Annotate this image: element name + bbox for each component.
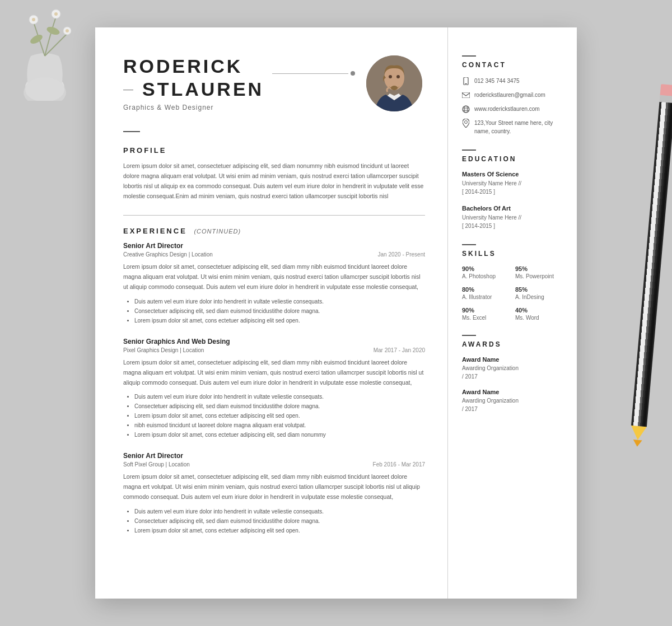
email-text: roderickstlauren@gmail.com — [474, 91, 545, 99]
award-year-1: / 2017 — [462, 372, 563, 381]
education-divider — [462, 150, 476, 151]
svg-point-20 — [463, 106, 469, 113]
skill-1: 95% Ms. Powerpoint — [515, 265, 563, 279]
resume-header: RODERICK STLAUREN Graphics & Web Designe… — [123, 55, 425, 111]
edu-years-2: [ 2014-2015 ] — [462, 222, 563, 230]
exp-date-1: Jan 2020 - Present — [378, 251, 426, 258]
last-name: STLAUREN — [123, 78, 264, 100]
svg-point-15 — [396, 75, 400, 78]
email-icon — [462, 91, 470, 99]
svg-point-8 — [66, 29, 69, 32]
svg-rect-18 — [462, 92, 470, 98]
exp-job-3: Senior Art Director Soft Pixel Group | L… — [123, 452, 425, 535]
sidebar: CONTACT 012 345 744 3475 — [448, 27, 577, 599]
bullet-item: Consectetuer adipiscing elit, sed diam e… — [134, 401, 425, 411]
exp-company-1: Creative Graphics Design | Location — [123, 251, 213, 258]
profile-text: Lorem ipsum dolor sit amet, consectetuer… — [123, 161, 425, 201]
skill-4: 90% Ms. Excel — [462, 307, 510, 321]
bullet-item: Consectetuer adipiscing elit, sed diam e… — [134, 306, 425, 316]
edu-item-2: Bachelors Of Art University Name Here //… — [462, 205, 563, 230]
bullet-item: nibh euismod tincidunt ut laoreet dolore… — [134, 421, 425, 430]
edu-item-1: Masters Of Science University Name Here … — [462, 171, 563, 196]
bullet-item: Duis autem vel eum iriure dolor into hen… — [134, 507, 425, 516]
exp-bullets-3: Duis autem vel eum iriure dolor into hen… — [134, 507, 425, 535]
experience-title: EXPERIENCE (CONTINUED) — [123, 227, 425, 235]
education-title: EDUCATION — [462, 155, 563, 163]
job-title-3: Senior Art Director — [123, 452, 425, 460]
edu-school-2: University Name Here // — [462, 213, 563, 222]
edu-years-1: [ 2014-2015 ] — [462, 188, 563, 196]
award-year-2: / 2017 — [462, 405, 563, 413]
website-text: www.roderickstlauren.com — [474, 105, 540, 113]
edu-school-1: University Name Here // — [462, 179, 563, 188]
bullet-item: Lorem ipsum dolor sit amet, cons ectetue… — [134, 316, 425, 325]
resume-container: RODERICK STLAUREN Graphics & Web Designe… — [95, 27, 577, 599]
svg-point-24 — [465, 121, 468, 124]
phone-text: 012 345 744 3475 — [474, 77, 520, 85]
award-item-2: Award Name Awarding Organization / 2017 — [462, 389, 563, 413]
skills-title: SKILLS — [462, 250, 563, 258]
section-divider-line — [123, 215, 425, 216]
exp-desc-3: Lorem ipsum dolor sit amet, consectetuer… — [123, 472, 425, 502]
exp-meta-3: Soft Pixel Group | Location Feb 2016 - M… — [123, 461, 425, 468]
experience-section: EXPERIENCE (CONTINUED) Senior Art Direct… — [123, 227, 425, 535]
profile-photo — [366, 55, 422, 111]
contact-section: CONTACT 012 345 744 3475 — [462, 55, 563, 136]
first-name: RODERICK — [123, 55, 264, 77]
exp-bullets-2: Duis autem vel eum iriure dolor into hen… — [134, 392, 425, 440]
svg-point-4 — [32, 18, 35, 21]
contact-title: CONTACT — [462, 61, 563, 69]
award-item-1: Award Name Awarding Organization / 2017 — [462, 356, 563, 381]
address-text: 123,Your Street name here, city name, co… — [474, 119, 563, 136]
svg-point-13 — [391, 86, 398, 90]
skills-section: SKILLS 90% A. Photoshop 95% Ms. Powerpoi… — [462, 244, 563, 321]
svg-point-1 — [29, 33, 44, 45]
svg-point-10 — [25, 77, 64, 101]
skill-3: 85% A. InDesing — [515, 286, 563, 300]
bullet-item: Duis autem vel eum iriure dolor into hen… — [134, 297, 425, 306]
exp-meta-1: Creative Graphics Design | Location Jan … — [123, 251, 425, 258]
exp-company-3: Soft Pixel Group | Location — [123, 461, 190, 468]
svg-point-21 — [464, 106, 468, 113]
skill-0: 90% A. Photoshop — [462, 265, 510, 279]
award-org-1: Awarding Organization — [462, 364, 563, 372]
award-org-2: Awarding Organization — [462, 396, 563, 405]
contact-email: roderickstlauren@gmail.com — [462, 91, 563, 99]
bullet-item: Lorem ipsum dolor sit amet, cons ectetue… — [134, 430, 425, 440]
name-block: RODERICK STLAUREN Graphics & Web Designe… — [123, 55, 264, 111]
edu-degree-1: Masters Of Science — [462, 171, 563, 177]
bullet-item: Lorem ipsum dolor sit amet, cons ectetue… — [134, 526, 425, 535]
exp-company-2: Pixel Graphics Design | Location — [123, 347, 204, 353]
skill-2: 80% A. Illustrator — [462, 286, 510, 300]
svg-point-14 — [389, 75, 392, 78]
profile-title: PROFILE — [123, 146, 425, 155]
award-name-1: Award Name — [462, 356, 563, 363]
contact-website: www.roderickstlauren.com — [462, 105, 563, 113]
awards-title: AWARDS — [462, 340, 563, 348]
exp-desc-1: Lorem ipsum dolor sit amet, consectetuer… — [123, 262, 425, 292]
phone-icon — [462, 77, 470, 85]
svg-rect-17 — [465, 83, 467, 85]
globe-icon — [462, 105, 470, 113]
job-title-1: Senior Art Director — [123, 242, 425, 250]
exp-bullets-1: Duis autem vel eum iriure dolor into hen… — [134, 297, 425, 325]
exp-job-1: Senior Art Director Creative Graphics De… — [123, 242, 425, 325]
bullet-item: Duis autem vel eum iriure dolor into hen… — [134, 392, 425, 401]
exp-meta-2: Pixel Graphics Design | Location Mar 201… — [123, 347, 425, 353]
exp-date-3: Feb 2016 - Mar 2017 — [373, 461, 425, 468]
main-column: RODERICK STLAUREN Graphics & Web Designe… — [95, 27, 448, 599]
exp-job-2: Senior Graphics And Web Desing Pixel Gra… — [123, 338, 425, 440]
skills-grid: 90% A. Photoshop 95% Ms. Powerpoint 80% … — [462, 265, 563, 321]
contact-divider — [462, 55, 476, 57]
award-name-2: Award Name — [462, 389, 563, 395]
skill-5: 40% Ms. Word — [515, 307, 563, 321]
bullet-item: Lorem ipsum dolor sit amet, cons ectetue… — [134, 411, 425, 421]
edu-degree-2: Bachelors Of Art — [462, 205, 563, 212]
skills-divider — [462, 244, 476, 245]
location-icon — [462, 119, 470, 127]
awards-divider — [462, 335, 476, 336]
exp-date-2: Mar 2017 - Jan 2020 — [374, 347, 425, 353]
photo-area — [363, 55, 425, 111]
education-section: EDUCATION Masters Of Science University … — [462, 150, 563, 230]
contact-phone: 012 345 744 3475 — [462, 77, 563, 85]
